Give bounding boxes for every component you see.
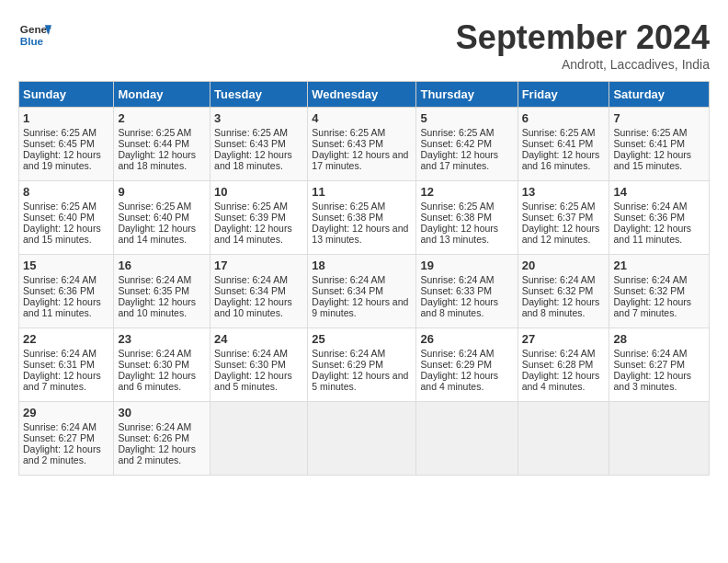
daylight-label: Daylight: 12 hours and 6 minutes.	[118, 370, 196, 392]
day-number: 11	[312, 185, 412, 199]
calendar-cell	[609, 402, 710, 476]
day-number: 6	[522, 111, 606, 125]
calendar-cell: 20Sunrise: 6:24 AMSunset: 6:32 PMDayligh…	[518, 255, 609, 328]
daylight-label: Daylight: 12 hours and 9 minutes.	[312, 296, 408, 318]
day-number: 13	[522, 185, 606, 199]
day-number: 4	[312, 111, 412, 125]
calendar-week-row: 29Sunrise: 6:24 AMSunset: 6:27 PMDayligh…	[19, 402, 710, 476]
col-wednesday: Wednesday	[308, 82, 416, 108]
sunrise-label: Sunrise: 6:24 AM	[420, 348, 494, 359]
sunset-label: Sunset: 6:45 PM	[23, 138, 95, 149]
day-number: 16	[118, 259, 206, 272]
calendar-cell	[518, 402, 609, 476]
day-number: 24	[214, 332, 303, 346]
day-number: 22	[23, 332, 109, 346]
calendar-week-row: 8Sunrise: 6:25 AMSunset: 6:40 PMDaylight…	[19, 181, 710, 255]
daylight-label: Daylight: 12 hours and 5 minutes.	[214, 370, 292, 392]
calendar-cell: 8Sunrise: 6:25 AMSunset: 6:40 PMDaylight…	[19, 181, 114, 255]
day-number: 20	[522, 259, 606, 272]
sunset-label: Sunset: 6:40 PM	[23, 212, 95, 223]
calendar-cell: 6Sunrise: 6:25 AMSunset: 6:41 PMDaylight…	[518, 108, 609, 181]
sunrise-label: Sunrise: 6:25 AM	[420, 201, 494, 212]
sunset-label: Sunset: 6:34 PM	[312, 285, 383, 296]
sunrise-label: Sunrise: 6:24 AM	[522, 348, 596, 359]
daylight-label: Daylight: 12 hours and 17 minutes.	[312, 149, 408, 171]
daylight-label: Daylight: 12 hours and 12 minutes.	[522, 223, 600, 245]
sunset-label: Sunset: 6:33 PM	[420, 285, 492, 296]
col-sunday: Sunday	[19, 82, 114, 108]
daylight-label: Daylight: 12 hours and 10 minutes.	[118, 296, 196, 318]
sunset-label: Sunset: 6:34 PM	[214, 285, 286, 296]
sunset-label: Sunset: 6:27 PM	[23, 432, 95, 443]
calendar-cell: 3Sunrise: 6:25 AMSunset: 6:43 PMDaylight…	[210, 108, 308, 181]
sunset-label: Sunset: 6:27 PM	[613, 359, 685, 370]
day-number: 26	[420, 332, 513, 346]
sunset-label: Sunset: 6:37 PM	[522, 212, 594, 223]
calendar-table: Sunday Monday Tuesday Wednesday Thursday…	[18, 81, 710, 476]
sunrise-label: Sunrise: 6:24 AM	[23, 421, 97, 432]
sunrise-label: Sunrise: 6:24 AM	[312, 348, 385, 359]
calendar-cell: 21Sunrise: 6:24 AMSunset: 6:32 PMDayligh…	[609, 255, 710, 328]
sunset-label: Sunset: 6:38 PM	[420, 212, 492, 223]
sunrise-label: Sunrise: 6:25 AM	[23, 127, 97, 138]
day-number: 29	[23, 406, 109, 419]
title-block: September 2024 Andrott, Laccadives, Indi…	[456, 18, 710, 72]
sunset-label: Sunset: 6:31 PM	[23, 359, 95, 370]
daylight-label: Daylight: 12 hours and 13 minutes.	[312, 223, 408, 245]
sunrise-label: Sunrise: 6:25 AM	[118, 201, 191, 212]
svg-text:Blue: Blue	[20, 35, 44, 47]
sunset-label: Sunset: 6:38 PM	[312, 212, 383, 223]
calendar-week-row: 22Sunrise: 6:24 AMSunset: 6:31 PMDayligh…	[19, 328, 710, 402]
sunset-label: Sunset: 6:29 PM	[420, 359, 492, 370]
sunrise-label: Sunrise: 6:24 AM	[118, 421, 191, 432]
daylight-label: Daylight: 12 hours and 16 minutes.	[522, 149, 600, 171]
sunrise-label: Sunrise: 6:24 AM	[23, 348, 97, 359]
daylight-label: Daylight: 12 hours and 8 minutes.	[522, 296, 600, 318]
sunrise-label: Sunrise: 6:25 AM	[214, 127, 288, 138]
calendar-cell: 19Sunrise: 6:24 AMSunset: 6:33 PMDayligh…	[416, 255, 518, 328]
sunset-label: Sunset: 6:43 PM	[214, 138, 286, 149]
day-number: 23	[118, 332, 206, 346]
logo: General Blue	[18, 18, 51, 52]
calendar-cell: 16Sunrise: 6:24 AMSunset: 6:35 PMDayligh…	[114, 255, 210, 328]
daylight-label: Daylight: 12 hours and 2 minutes.	[118, 443, 196, 465]
daylight-label: Daylight: 12 hours and 11 minutes.	[23, 296, 101, 318]
calendar-cell: 12Sunrise: 6:25 AMSunset: 6:38 PMDayligh…	[416, 181, 518, 255]
col-thursday: Thursday	[416, 82, 518, 108]
sunset-label: Sunset: 6:36 PM	[613, 212, 685, 223]
day-number: 19	[420, 259, 513, 272]
calendar-cell: 30Sunrise: 6:24 AMSunset: 6:26 PMDayligh…	[114, 402, 210, 476]
calendar-cell: 5Sunrise: 6:25 AMSunset: 6:42 PMDaylight…	[416, 108, 518, 181]
day-number: 25	[312, 332, 412, 346]
calendar-week-row: 1Sunrise: 6:25 AMSunset: 6:45 PMDaylight…	[19, 108, 710, 181]
day-number: 1	[23, 111, 109, 125]
sunrise-label: Sunrise: 6:25 AM	[420, 127, 494, 138]
sunrise-label: Sunrise: 6:25 AM	[312, 201, 385, 212]
sunrise-label: Sunrise: 6:24 AM	[214, 348, 288, 359]
day-number: 14	[613, 185, 705, 199]
header-row: Sunday Monday Tuesday Wednesday Thursday…	[19, 82, 710, 108]
day-number: 8	[23, 185, 109, 199]
col-monday: Monday	[114, 82, 210, 108]
sunrise-label: Sunrise: 6:25 AM	[118, 127, 191, 138]
day-number: 21	[613, 259, 705, 272]
sunset-label: Sunset: 6:39 PM	[214, 212, 286, 223]
daylight-label: Daylight: 12 hours and 15 minutes.	[613, 149, 691, 171]
calendar-cell: 17Sunrise: 6:24 AMSunset: 6:34 PMDayligh…	[210, 255, 308, 328]
calendar-cell: 25Sunrise: 6:24 AMSunset: 6:29 PMDayligh…	[308, 328, 416, 402]
calendar-cell: 15Sunrise: 6:24 AMSunset: 6:36 PMDayligh…	[19, 255, 114, 328]
logo-icon: General Blue	[18, 18, 51, 52]
col-saturday: Saturday	[609, 82, 710, 108]
day-number: 17	[214, 259, 303, 272]
daylight-label: Daylight: 12 hours and 17 minutes.	[420, 149, 498, 171]
daylight-label: Daylight: 12 hours and 3 minutes.	[613, 370, 691, 392]
sunset-label: Sunset: 6:30 PM	[214, 359, 286, 370]
day-number: 10	[214, 185, 303, 199]
daylight-label: Daylight: 12 hours and 4 minutes.	[522, 370, 600, 392]
calendar-cell: 29Sunrise: 6:24 AMSunset: 6:27 PMDayligh…	[19, 402, 114, 476]
calendar-cell: 10Sunrise: 6:25 AMSunset: 6:39 PMDayligh…	[210, 181, 308, 255]
calendar-cell	[308, 402, 416, 476]
sunrise-label: Sunrise: 6:24 AM	[522, 274, 596, 285]
sunset-label: Sunset: 6:41 PM	[522, 138, 594, 149]
calendar-cell: 13Sunrise: 6:25 AMSunset: 6:37 PMDayligh…	[518, 181, 609, 255]
